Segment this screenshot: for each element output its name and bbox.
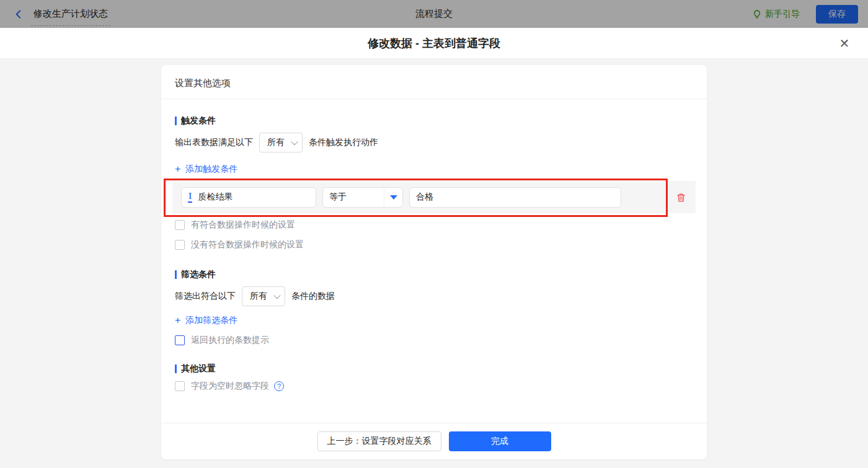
add-filter-condition-label: 添加筛选条件 (185, 315, 237, 326)
modal-mask (0, 0, 868, 28)
chevron-down-icon (273, 292, 280, 299)
trigger-row-suffix: 条件触发执行动作 (309, 137, 378, 148)
triangle-down-icon (384, 188, 402, 207)
close-icon[interactable]: ✕ (836, 35, 853, 52)
flow-node-title[interactable]: 修改生产计划状态 (31, 2, 110, 26)
trash-icon (676, 192, 686, 203)
condition-field-input[interactable]: I 质检结果 (181, 187, 316, 208)
add-trigger-condition-link[interactable]: + 添加触发条件 (175, 164, 237, 175)
filter-row-suffix: 条件的数据 (291, 291, 335, 302)
return-count-row: 返回执行的条数提示 (175, 335, 693, 346)
filter-match-select-value: 所有 (250, 291, 267, 302)
section-marker (175, 364, 177, 373)
condition-field-value: 质检结果 (198, 192, 232, 203)
panel-content: 触发条件 输出表数据满足以下 所有 条件触发执行动作 + 添加触发条件 I (161, 99, 707, 423)
panel-header: 设置其他选项 (161, 65, 707, 99)
has-match-checkbox[interactable] (175, 220, 185, 230)
flow-name-title: 流程提交 (0, 8, 868, 20)
done-button[interactable]: 完成 (449, 431, 551, 451)
has-match-label: 有符合数据操作时候的设置 (191, 219, 295, 231)
topbar: 修改生产计划状态 流程提交 新手引导 保存 (0, 0, 868, 28)
ignore-empty-row: 字段为空时忽略字段 ? (175, 381, 693, 392)
ignore-empty-label: 字段为空时忽略字段 (191, 381, 269, 392)
trigger-row-prefix: 输出表数据满足以下 (175, 137, 253, 148)
condition-operator-value: 等于 (323, 192, 384, 203)
return-count-checkbox[interactable] (175, 335, 185, 345)
delete-condition-button[interactable] (676, 192, 686, 203)
beginner-guide-link[interactable]: 新手引导 (752, 9, 800, 20)
return-count-label: 返回执行的条数提示 (191, 335, 269, 346)
no-match-label: 没有符合数据操作时候的设置 (191, 239, 304, 250)
trigger-match-row: 输出表数据满足以下 所有 条件触发执行动作 (175, 133, 693, 152)
previous-step-button[interactable]: 上一步：设置字段对应关系 (317, 431, 441, 451)
condition-row: I 质检结果 等于 合格 (172, 181, 696, 213)
section-marker (175, 270, 177, 279)
other-section-title: 其他设置 (175, 363, 693, 374)
panel-footer: 上一步：设置字段对应关系 完成 (161, 423, 707, 459)
has-match-setting-row: 有符合数据操作时候的设置 (175, 219, 693, 231)
trigger-section-title: 触发条件 (175, 115, 693, 126)
question-circle-icon[interactable]: ? (274, 381, 284, 391)
chevron-down-icon (291, 138, 298, 145)
section-marker (175, 117, 177, 125)
condition-compare-value: 合格 (416, 192, 433, 203)
ignore-empty-checkbox[interactable] (175, 381, 185, 391)
options-panel: 设置其他选项 触发条件 输出表数据满足以下 所有 条件触发执行动作 + 添加触发… (161, 65, 707, 459)
trigger-condition-block: I 质检结果 等于 合格 (175, 181, 693, 213)
modal-body: 设置其他选项 触发条件 输出表数据满足以下 所有 条件触发执行动作 + 添加触发… (0, 59, 868, 468)
condition-operator-select[interactable]: 等于 (322, 187, 403, 208)
no-match-setting-row: 没有符合数据操作时候的设置 (175, 239, 693, 250)
chevron-left-icon (13, 9, 24, 20)
trigger-match-select-value: 所有 (267, 137, 285, 148)
back-button[interactable] (10, 6, 27, 23)
condition-value-input[interactable]: 合格 (409, 187, 621, 208)
add-trigger-condition-label: 添加触发条件 (185, 164, 237, 175)
filter-match-row: 筛选出符合以下 所有 条件的数据 (175, 286, 693, 306)
trigger-match-select[interactable]: 所有 (259, 133, 303, 152)
filter-row-prefix: 筛选出符合以下 (175, 291, 236, 302)
lightbulb-icon (752, 9, 765, 19)
plus-icon: + (175, 315, 180, 326)
plus-icon: + (175, 164, 180, 175)
filter-section-title: 筛选条件 (175, 269, 693, 280)
modal-header: 修改数据 - 主表到普通字段 ✕ (0, 28, 868, 59)
save-button[interactable]: 保存 (816, 5, 858, 24)
add-filter-condition-link[interactable]: + 添加筛选条件 (175, 315, 237, 326)
text-type-icon: I (188, 192, 192, 203)
modal-title: 修改数据 - 主表到普通字段 (368, 36, 500, 51)
no-match-checkbox[interactable] (175, 240, 185, 250)
filter-match-select[interactable]: 所有 (242, 286, 285, 306)
beginner-guide-label: 新手引导 (765, 9, 800, 20)
